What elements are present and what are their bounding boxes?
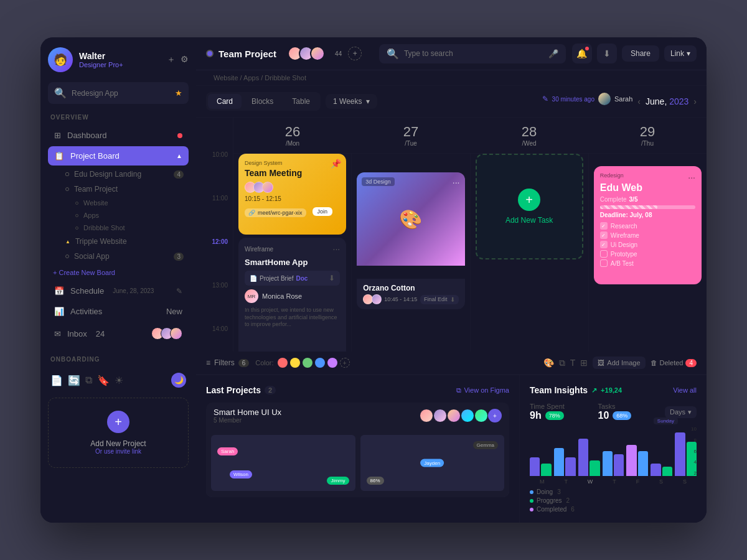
settings-icon[interactable]: ⚙ [181, 54, 189, 65]
sidebar-search[interactable]: 🔍 ★ [48, 82, 189, 104]
collapse-icon[interactable]: ▲ [176, 152, 182, 159]
preview-content: Sarah Wilson Jimmy Gemma Jayden 86% [206, 429, 509, 497]
team-insights-section: Team Insights ↗ +19,24 View all Time Spe… [520, 375, 707, 523]
copy-icon[interactable]: ⧉ [559, 358, 565, 368]
week-selector[interactable]: 1 Weeks ▾ [326, 94, 377, 109]
task-checkbox[interactable]: ✓ [600, 222, 608, 230]
add-color-button[interactable]: + [340, 358, 350, 368]
layers-icon[interactable]: ⧉ [85, 375, 92, 386]
plus-icon[interactable]: ＋ [167, 54, 176, 65]
task-checkbox[interactable]: ✓ [600, 241, 608, 248]
week-label: 1 Weeks [333, 97, 362, 106]
moon-icon[interactable]: 🌙 [171, 373, 186, 388]
file-icon[interactable]: 📄 [50, 375, 63, 386]
filter-button[interactable]: ≡ Filters 6 [206, 358, 249, 367]
add-image-button[interactable]: 🖼 Add Image [593, 357, 645, 369]
notifications-button[interactable]: 🔔 [572, 44, 592, 63]
link-button[interactable]: Link ▾ [664, 45, 697, 62]
filter-actions: 🎨 ⧉ T ⊞ 🖼 Add Image 🗑 Deleted 4 [543, 357, 697, 369]
download-icon[interactable]: ⬇ [450, 296, 455, 303]
sub-item-dribbble[interactable]: Dribbble Shot [70, 222, 189, 234]
search-box[interactable]: 🔍 🎤 [379, 44, 566, 63]
time-spent-metric: Time Spent 9h 78% [530, 403, 565, 421]
deleted-count: 4 [685, 359, 697, 367]
mic-icon[interactable]: 🎤 [548, 49, 558, 58]
sub-item-apps[interactable]: Apps [70, 209, 189, 222]
link-icon: 🔗 [248, 210, 255, 216]
sun-icon[interactable]: ☀ [115, 375, 123, 386]
card-title: Team Meeting [245, 168, 340, 178]
time-slot: 12:00 [196, 236, 233, 279]
search-input[interactable] [72, 89, 170, 98]
invite-link[interactable]: invite link [116, 448, 141, 455]
download-icon[interactable]: ⬇ [329, 274, 335, 282]
prev-month-button[interactable]: ‹ [637, 96, 641, 106]
tab-card[interactable]: Card [208, 94, 242, 109]
meeting-link[interactable]: 🔗 meet/wrc-pgar-xix [245, 208, 306, 217]
final-edit-label: Final Edit [424, 296, 448, 302]
activities-nav-item[interactable]: 📊 Activities New [48, 302, 189, 321]
sub-item-team-project[interactable]: Team Project [60, 182, 189, 197]
color-blue[interactable] [315, 358, 325, 368]
tab-table[interactable]: Table [283, 94, 319, 109]
calendar-area: 10:00 11:00 12:00 13:00 14:00 26 /Mon 27… [196, 118, 707, 352]
add-project-button[interactable]: + [107, 411, 129, 433]
sub-item-tripple[interactable]: ▲ Tripple Website [60, 234, 189, 249]
add-member-button[interactable]: + [348, 47, 362, 60]
join-button[interactable]: Join [312, 207, 333, 216]
deleted-button[interactable]: 🗑 Deleted 4 [651, 359, 697, 367]
view-figma-button[interactable]: ⧉ View on Figma [456, 386, 509, 394]
add-task-plus-icon[interactable]: + [518, 189, 540, 211]
circle-icon [65, 172, 69, 176]
edit-icon[interactable]: ✎ [176, 287, 182, 296]
sub-item-edu[interactable]: Edu Design Landing 4 [60, 167, 189, 182]
sidebar-item-project-board[interactable]: 📋 Project Board ▲ [48, 146, 189, 166]
next-month-button[interactable]: › [693, 96, 697, 106]
schedule-nav-item[interactable]: 📅 Schedule June, 28, 2023 ✎ [48, 281, 189, 301]
color-green[interactable] [303, 358, 312, 368]
redesign-card[interactable]: Redesign ··· Edu Web Complete 3/5 [594, 166, 702, 284]
more-icon[interactable]: ··· [333, 244, 341, 254]
days-selector[interactable]: Days ▾ [665, 406, 697, 418]
team-meeting-card[interactable]: 📌 Design System Team Meeting 10:15 - 12:… [238, 154, 346, 235]
download-button[interactable]: ⬇ [597, 44, 617, 63]
task-checkbox[interactable] [600, 250, 608, 258]
user-name: Monica Rose [262, 292, 302, 300]
text-icon[interactable]: T [570, 358, 576, 368]
sub-sub-navigation: Website Apps Dribbble Shot [60, 197, 189, 234]
sub-item-social-app[interactable]: Social App 3 [60, 249, 189, 264]
search-input[interactable] [404, 49, 543, 58]
share-button[interactable]: Share [622, 45, 659, 62]
member-count: 44 [335, 50, 342, 57]
inbox-nav-item[interactable]: ✉ Inbox 24 [48, 322, 189, 345]
create-board-btn[interactable]: + Create New Board [48, 266, 189, 279]
view-tabs: Card Blocks Table [206, 92, 321, 111]
add-task-card[interactable]: + Add New Task [476, 154, 583, 259]
user-profile[interactable]: 🧑 Walter Designer Pro+ [48, 47, 123, 72]
tab-blocks[interactable]: Blocks [243, 94, 282, 109]
insights-title: Team Insights ↗ +19,24 [530, 385, 622, 395]
sidebar-item-dashboard[interactable]: ⊞ Dashboard [48, 126, 189, 145]
color-red[interactable] [278, 358, 288, 368]
card-title: SmartHome App [245, 258, 340, 267]
more-icon[interactable]: ··· [688, 172, 695, 182]
more-icon[interactable]: ··· [453, 177, 460, 187]
view-all-button[interactable]: View all [673, 386, 697, 394]
color-yellow[interactable] [290, 358, 300, 368]
star-icon[interactable]: ★ [175, 88, 182, 98]
add-project-box: + Add New Project Or use invite link [48, 398, 189, 468]
grid-icon[interactable]: ⊞ [580, 358, 588, 368]
card-title: Orzano Cotton [363, 284, 458, 292]
add-member-icon[interactable]: + [488, 409, 502, 422]
final-edit-row[interactable]: Final Edit ⬇ [420, 295, 459, 304]
color-purple[interactable] [327, 358, 337, 368]
x-label-f: F [636, 478, 640, 485]
task-checkbox[interactable]: ✓ [600, 231, 608, 239]
sub-item-website[interactable]: Website [70, 197, 189, 209]
palette-icon[interactable]: 🎨 [543, 358, 554, 368]
smarthome-card[interactable]: Wireframe ··· SmartHome App 📄 Project Br… [238, 238, 346, 352]
bookmark-icon[interactable]: 🔖 [97, 375, 110, 386]
orzano-card[interactable]: 3d Design ··· 🎨 Orzano Cotton [357, 172, 464, 309]
task-checkbox[interactable] [600, 259, 608, 267]
refresh-icon[interactable]: 🔄 [68, 375, 80, 386]
